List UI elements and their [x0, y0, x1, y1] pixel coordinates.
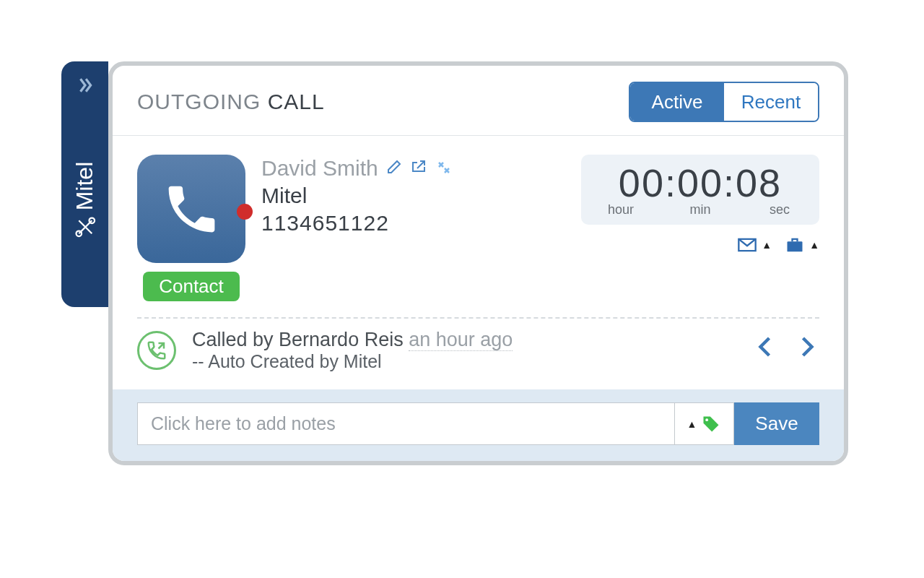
call-panel: OUTGOING CALL Active Recent Contact: [108, 61, 848, 465]
briefcase-action[interactable]: ▲: [785, 235, 819, 255]
tabs: Active Recent: [629, 82, 819, 122]
call-timer: 00:00:08 hour min sec: [581, 155, 819, 225]
sidebar-tab[interactable]: Mitel: [61, 61, 108, 307]
log-time-ago: an hour ago: [409, 329, 513, 351]
link-icon[interactable]: [435, 158, 452, 178]
contact-type-badge: Contact: [143, 272, 240, 301]
svg-rect-2: [788, 241, 803, 251]
save-button[interactable]: Save: [734, 402, 819, 445]
email-action[interactable]: ▲: [737, 235, 772, 255]
timer-label-min: min: [681, 202, 720, 217]
contact-avatar: [137, 155, 245, 263]
log-line-primary: Called by Bernardo Reis an hour ago: [192, 329, 513, 351]
outgoing-call-icon: [137, 331, 176, 370]
timer-label-sec: sec: [760, 202, 799, 217]
next-log-button[interactable]: [793, 329, 819, 372]
tag-button[interactable]: ▲: [675, 402, 734, 445]
prev-log-button[interactable]: [753, 329, 779, 372]
caret-up-icon: ▲: [687, 418, 697, 430]
contact-phone: 1134651122: [261, 211, 452, 236]
panel-title: OUTGOING CALL: [137, 90, 325, 114]
caret-up-icon: ▲: [762, 239, 772, 251]
notes-input[interactable]: [137, 402, 675, 445]
svg-point-0: [76, 231, 82, 237]
caret-up-icon: ▲: [809, 239, 819, 251]
divider: [137, 317, 819, 319]
contact-name: David Smith: [261, 156, 378, 181]
timer-label-hour: hour: [601, 202, 640, 217]
share-icon[interactable]: [410, 158, 427, 178]
timer-minutes: 00: [677, 161, 723, 204]
tag-icon: [701, 414, 721, 434]
tab-active[interactable]: Active: [630, 83, 724, 121]
log-line-secondary: -- Auto Created by Mitel: [192, 351, 513, 372]
edit-icon[interactable]: [385, 158, 403, 178]
panel-header: OUTGOING CALL Active Recent: [113, 66, 844, 136]
brand-label: Mitel: [71, 162, 98, 238]
collapse-icon[interactable]: [76, 76, 95, 100]
record-indicator-icon: [237, 204, 253, 220]
tab-recent[interactable]: Recent: [724, 83, 818, 121]
svg-point-3: [706, 418, 709, 421]
contact-org: Mitel: [261, 184, 452, 208]
timer-hours: 00: [619, 161, 665, 204]
timer-seconds: 08: [736, 161, 782, 204]
